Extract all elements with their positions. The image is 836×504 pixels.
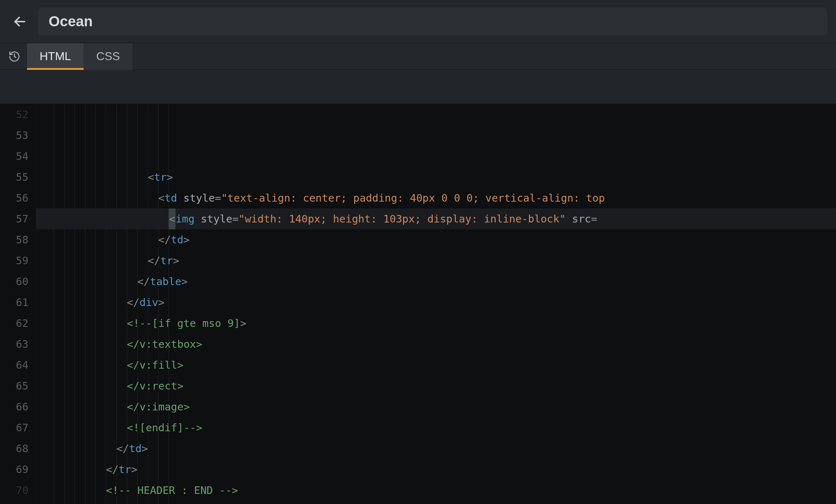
code-line[interactable]: </div> — [36, 292, 836, 313]
code-line[interactable]: <!-- HEADER : END --> — [36, 480, 836, 501]
arrow-left-icon — [13, 14, 27, 29]
line-number: 62 — [0, 313, 28, 334]
line-number: 54 — [0, 146, 28, 167]
line-number: 64 — [0, 355, 28, 375]
code-area[interactable]: <tr><td style="text-align: center; paddi… — [36, 104, 836, 504]
code-line[interactable]: </v:rect> — [36, 375, 836, 396]
code-line[interactable]: <img style="width: 140px; height: 103px;… — [36, 208, 836, 229]
line-number: 70 — [0, 480, 28, 501]
code-line[interactable]: </tr> — [36, 459, 836, 480]
code-line[interactable]: <![endif]--> — [36, 417, 836, 438]
line-number-gutter: 52535455565758596061626364656667686970 — [0, 104, 36, 504]
line-number: 68 — [0, 438, 28, 459]
code-line[interactable]: <!--[if gte mso 9]> — [36, 313, 836, 334]
code-line[interactable]: </td> — [36, 229, 836, 250]
code-line[interactable]: <td style="text-align: center; padding: … — [36, 188, 836, 208]
reload-button[interactable] — [5, 48, 23, 66]
line-number: 67 — [0, 417, 28, 438]
code-line[interactable] — [36, 501, 836, 504]
line-number: 61 — [0, 292, 28, 313]
document-title-input[interactable] — [38, 8, 827, 36]
header-bar — [0, 0, 836, 43]
toolbar-spacer — [0, 70, 836, 104]
tab-html[interactable]: HTML — [27, 43, 84, 70]
line-number: 66 — [0, 396, 28, 417]
line-number: 63 — [0, 334, 28, 355]
svg-line-2 — [14, 57, 16, 58]
code-line[interactable]: </table> — [36, 271, 836, 292]
tab-css[interactable]: CSS — [84, 43, 133, 70]
line-number: 58 — [0, 229, 28, 250]
line-number: 55 — [0, 167, 28, 188]
code-line[interactable]: </tr> — [36, 250, 836, 271]
line-number: 60 — [0, 271, 28, 292]
line-number: 56 — [0, 188, 28, 208]
history-icon — [8, 50, 21, 63]
line-number: 65 — [0, 375, 28, 396]
line-number: 57 — [0, 208, 28, 229]
code-line[interactable]: </v:image> — [36, 396, 836, 417]
tab-bar: HTMLCSS — [0, 43, 836, 70]
code-line[interactable]: </td> — [36, 438, 836, 459]
code-line[interactable]: <tr> — [36, 167, 836, 188]
line-number: 53 — [0, 125, 28, 146]
line-number: 69 — [0, 459, 28, 480]
line-number: 59 — [0, 250, 28, 271]
code-editor[interactable]: 52535455565758596061626364656667686970 <… — [0, 104, 836, 504]
code-line[interactable]: </v:textbox> — [36, 334, 836, 355]
back-button[interactable] — [9, 11, 31, 32]
code-line[interactable]: </v:fill> — [36, 355, 836, 375]
line-number: 52 — [0, 104, 28, 125]
